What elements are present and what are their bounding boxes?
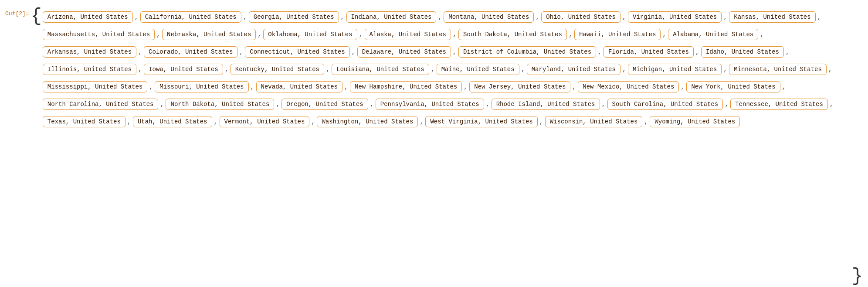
state-tag: New Mexico, United States: [578, 81, 679, 92]
state-tag: North Dakota, United States: [166, 99, 274, 110]
list-item: Missouri, United States,: [155, 81, 256, 92]
separator: ,: [681, 83, 685, 91]
separator: ,: [359, 31, 363, 38]
separator: ,: [486, 101, 490, 108]
list-item: South Carolina, United States,: [607, 99, 731, 110]
state-tag: Minnesota, United States: [729, 64, 827, 75]
separator: ,: [539, 118, 543, 126]
list-item: Vermont, United States,: [220, 116, 317, 127]
state-tag: Maryland, United States: [527, 64, 620, 75]
state-tag: Arkansas, United States: [43, 46, 136, 58]
list-item: New Hampshire, United States,: [350, 81, 469, 92]
list-item: Utah, United States,: [133, 116, 220, 127]
state-tag: West Virginia, United States: [425, 116, 537, 127]
state-tag: Massachusetts, United States: [43, 29, 155, 40]
separator: ,: [276, 101, 280, 108]
separator: ,: [569, 31, 573, 38]
list-item: Ohio, United States,: [541, 11, 628, 23]
list-item: California, United States,: [140, 11, 249, 23]
separator: ,: [464, 83, 468, 91]
list-item: Georgia, United States,: [249, 11, 346, 23]
separator: ,: [695, 48, 699, 56]
list-item: West Virginia, United States,: [425, 116, 545, 127]
state-tag: Delaware, United States: [357, 46, 451, 58]
separator: ,: [352, 48, 356, 56]
state-tag: Oregon, United States: [281, 99, 368, 110]
list-item: Indiana, United States,: [346, 11, 444, 23]
separator: ,: [453, 31, 457, 38]
separator: ,: [420, 118, 424, 126]
list-item: Washington, United States,: [317, 116, 425, 127]
state-tag: Maine, United States: [437, 64, 519, 75]
separator: ,: [438, 14, 442, 21]
list-item: Alabama, United States,: [668, 29, 766, 40]
list-item: Delaware, United States,: [357, 46, 458, 58]
state-tag: Nevada, United States: [256, 81, 342, 92]
list-item: North Dakota, United States,: [166, 99, 281, 110]
state-tag: California, United States: [140, 11, 241, 23]
state-tag: Kansas, United States: [729, 11, 815, 23]
separator: ,: [251, 83, 254, 91]
list-item: Minnesota, United States,: [729, 64, 834, 75]
state-tag: Hawaii, United States: [574, 29, 661, 40]
list-item: Massachusetts, United States,: [43, 29, 162, 40]
separator: ,: [598, 48, 602, 56]
separator: ,: [214, 118, 218, 126]
state-tag: Washington, United States: [317, 116, 418, 127]
separator: ,: [239, 48, 243, 56]
list-item: Maine, United States,: [437, 64, 527, 75]
list-item: New Mexico, United States,: [578, 81, 686, 92]
separator: ,: [830, 101, 834, 108]
state-tag: Ohio, United States: [541, 11, 620, 23]
separator: ,: [572, 83, 576, 91]
list-item: Arkansas, United States,: [43, 46, 144, 58]
separator: ,: [341, 14, 345, 21]
list-item: Texas, United States,: [43, 116, 133, 127]
separator: ,: [431, 66, 435, 73]
separator: ,: [828, 66, 832, 73]
list-item: Wisconsin, United States,: [545, 116, 650, 127]
state-tag: Montana, United States: [444, 11, 534, 23]
separator: ,: [243, 14, 247, 21]
list-item: Nebraska, United States,: [162, 29, 263, 40]
separator: ,: [622, 66, 626, 73]
state-tag: Utah, United States: [133, 116, 212, 127]
list-item: Tennessee, United States,: [730, 99, 835, 110]
state-tag: Vermont, United States: [220, 116, 310, 127]
state-tag: Tennessee, United States: [730, 99, 828, 110]
state-tag: New Jersey, United States: [469, 81, 570, 92]
list-item: Pennsylvania, United States,: [376, 99, 492, 110]
state-tag: New Hampshire, United States: [350, 81, 462, 92]
list-item: Arizona, United States,: [43, 11, 140, 23]
list-item: District of Columbia, United States,: [458, 46, 604, 58]
separator: ,: [135, 14, 139, 21]
list-item: South Dakota, United States,: [458, 29, 574, 40]
list-item: Michigan, United States,: [628, 64, 729, 75]
list-item: Louisiana, United States,: [332, 64, 437, 75]
separator: ,: [127, 118, 131, 126]
list-item: Virginia, United States,: [628, 11, 729, 23]
separator: ,: [138, 66, 142, 73]
state-tag: Wyoming, United States: [650, 116, 740, 127]
separator: ,: [326, 66, 330, 73]
separator: ,: [521, 66, 525, 73]
separator: ,: [311, 118, 315, 126]
list-item: Colorado, United States,: [144, 46, 245, 58]
separator: ,: [622, 14, 626, 21]
list-item: Montana, United States,: [444, 11, 541, 23]
list-item: Hawaii, United States,: [574, 29, 668, 40]
separator: ,: [138, 48, 142, 56]
separator: ,: [149, 83, 153, 91]
list-item: Illinois, United States,: [43, 64, 144, 75]
list-item: Florida, United States,: [604, 46, 701, 58]
state-tag: Missouri, United States: [155, 81, 248, 92]
list-item: Mississippi, United States,: [43, 81, 155, 92]
list-item: Oklahoma, United States,: [263, 29, 364, 40]
brace-close: }: [852, 267, 863, 285]
separator: ,: [156, 31, 160, 38]
state-tag: Texas, United States: [43, 116, 125, 127]
list-item: Kansas, United States,: [729, 11, 823, 23]
separator: ,: [725, 101, 729, 108]
state-tag: North Carolina, United States: [43, 99, 159, 110]
separator: ,: [760, 31, 764, 38]
